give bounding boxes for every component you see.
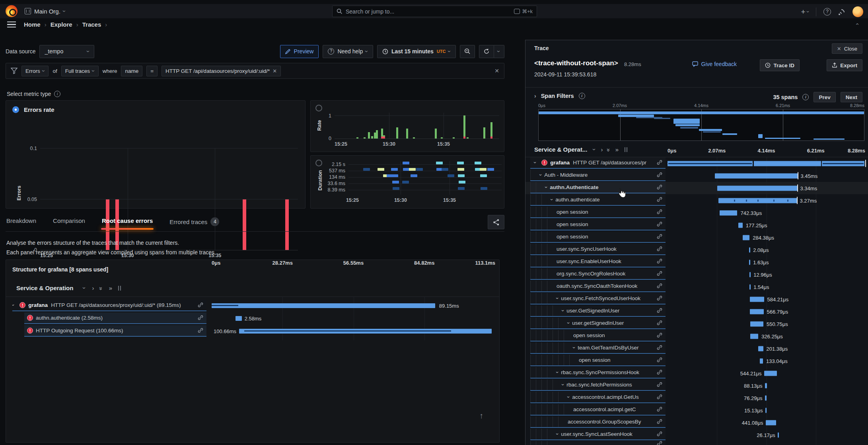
- need-help-button[interactable]: ? Need help›: [323, 45, 373, 58]
- chevron-down-icon[interactable]: ›: [549, 199, 555, 200]
- link-icon[interactable]: [653, 320, 666, 327]
- filter-metric-select[interactable]: Errors›: [21, 66, 49, 76]
- help-icon[interactable]: ?: [823, 8, 831, 16]
- chevron-down-icon[interactable]: ›: [81, 287, 88, 289]
- span-bar[interactable]: [212, 303, 435, 308]
- prev-button[interactable]: Prev: [814, 92, 835, 102]
- span-bar[interactable]: [765, 383, 767, 388]
- chevron-down-icon[interactable]: ›: [532, 162, 538, 163]
- link-icon[interactable]: [653, 258, 666, 265]
- zoom-out-button[interactable]: [460, 45, 475, 58]
- span-row[interactable]: open session 742.33μs: [525, 207, 868, 219]
- chevron-down-icon[interactable]: ›: [591, 148, 598, 150]
- remove-filter-icon[interactable]: ✕: [272, 68, 277, 74]
- close-button[interactable]: ✕Close: [832, 43, 862, 54]
- chevron-right-icon[interactable]: ›: [601, 146, 603, 153]
- link-icon[interactable]: [653, 159, 666, 166]
- double-chevron-down-icon[interactable]: »: [606, 148, 613, 150]
- chevron-down-icon[interactable]: ›: [560, 310, 566, 311]
- tab-root-cause-errors[interactable]: Root cause errors: [101, 215, 154, 229]
- filter-value[interactable]: HTTP GET /api/datasources/proxy/uid/:uid…: [162, 66, 281, 76]
- span-name-cell[interactable]: › user.sync.FetchSyncedUserHook: [530, 293, 666, 304]
- link-icon[interactable]: [194, 302, 206, 309]
- link-icon[interactable]: [653, 357, 666, 364]
- column-resize-handle[interactable]: [118, 286, 121, 291]
- chevron-down-icon[interactable]: ›: [538, 174, 544, 176]
- span-name-cell[interactable]: › user.sync.SyncLastSeenHook: [530, 429, 666, 440]
- clear-filters-icon[interactable]: ✕: [494, 68, 499, 74]
- span-bar[interactable]: [738, 222, 743, 228]
- span-name-cell[interactable]: user.sync.EnableUserHook: [530, 256, 666, 267]
- span-row[interactable]: › Auth - Middleware 3.45ms: [525, 170, 868, 182]
- span-row[interactable]: open session 326.25μs: [525, 330, 868, 342]
- span-row[interactable]: user.sync.SyncUserHook 2.08μs: [525, 244, 868, 256]
- structure-row[interactable]: › ! grafana HTTP GET /api/datasources/pr…: [12, 300, 495, 312]
- breadcrumb-traces[interactable]: Traces: [82, 21, 101, 28]
- avatar[interactable]: [852, 6, 863, 17]
- span-name-cell[interactable]: › Auth - Middleware: [530, 170, 666, 181]
- refresh-interval-button[interactable]: ›: [494, 45, 504, 58]
- errors-rate-radio[interactable]: [12, 106, 19, 113]
- span-name-cell[interactable]: › rbac.sync.fetchPermissions: [530, 379, 666, 391]
- link-icon[interactable]: [653, 369, 666, 376]
- span-bar[interactable]: [765, 395, 767, 400]
- span-name-cell[interactable]: › authn.Authenticate: [530, 182, 666, 193]
- span-bar[interactable]: [750, 297, 764, 302]
- link-icon[interactable]: [653, 332, 666, 339]
- chevron-down-icon[interactable]: ›: [555, 297, 561, 299]
- org-switcher[interactable]: Main Org. ›: [25, 8, 66, 15]
- span-row[interactable]: › user.sync.FetchSyncedUserHook 584.21μs: [525, 293, 868, 305]
- tab-errored-traces[interactable]: Errored traces4: [169, 215, 220, 231]
- span-name-cell[interactable]: › user.GetSignedInUser: [530, 305, 666, 317]
- structure-row[interactable]: ! HTTP Outgoing Request (100.66ms) 100.6…: [12, 325, 495, 338]
- filter-scope-select[interactable]: Full traces›: [61, 66, 99, 76]
- span-row[interactable]: › accesscontrol.acimpl.GetUs 76.29μs: [525, 392, 868, 404]
- link-icon[interactable]: [653, 344, 666, 351]
- span-row[interactable]: › ! grafana HTTP GET /api/datasources/pr: [525, 157, 868, 170]
- span-name-cell[interactable]: [530, 441, 666, 445]
- span-row[interactable]: › rbac.sync.SyncPermissionsHook 544.21μs: [525, 367, 868, 379]
- span-row[interactable]: › user.sync.SyncLastSeenHook 26.17μs: [525, 429, 868, 441]
- span-row[interactable]: open session 177.25μs: [525, 219, 868, 231]
- collapse-icon[interactable]: ›: [853, 23, 860, 25]
- span-bar[interactable]: [778, 432, 779, 437]
- link-icon[interactable]: [653, 270, 666, 277]
- span-bar[interactable]: [239, 329, 492, 334]
- span-row[interactable]: open session 284.38μs: [525, 231, 868, 244]
- link-icon[interactable]: [653, 441, 666, 445]
- trace-minimap[interactable]: [538, 109, 864, 141]
- duration-panel[interactable]: Duration 2.15 s 537 ms 134 ms 33.6 ms 8.…: [310, 155, 504, 209]
- link-icon[interactable]: [653, 209, 666, 216]
- link-icon[interactable]: [653, 406, 666, 413]
- trace-id-button[interactable]: Trace ID: [760, 59, 800, 71]
- span-name-cell[interactable]: accesscontrol.GroupScopesBy: [530, 416, 666, 428]
- span-bar[interactable]: [766, 420, 776, 425]
- double-chevron-right-icon[interactable]: »: [109, 285, 111, 291]
- menu-icon[interactable]: [7, 21, 16, 27]
- column-resize-handle[interactable]: [625, 147, 627, 152]
- span-name-cell[interactable]: accesscontrol.acimpl.getC: [530, 404, 666, 416]
- new-menu-button[interactable]: +›: [801, 8, 809, 16]
- export-button[interactable]: Export: [827, 59, 862, 71]
- chevron-down-icon[interactable]: ›: [555, 433, 561, 435]
- chevron-down-icon[interactable]: ›: [571, 347, 577, 348]
- span-name-cell[interactable]: › accesscontrol.acimpl.GetUs: [530, 392, 666, 403]
- span-bar[interactable]: [749, 272, 751, 277]
- span-bar[interactable]: [717, 185, 797, 191]
- span-row[interactable]: oauth.sync.SyncOauthTokenHook 1.54μs: [525, 281, 868, 293]
- link-icon[interactable]: [653, 307, 666, 314]
- span-name-cell[interactable]: open session: [530, 207, 666, 218]
- link-icon[interactable]: [653, 418, 666, 425]
- link-icon[interactable]: [194, 327, 206, 334]
- chevron-down-icon[interactable]: ›: [566, 322, 572, 324]
- span-row[interactable]: › rbac.sync.fetchPermissions 88.13μs: [525, 379, 868, 392]
- span-name-cell[interactable]: open session: [530, 330, 666, 342]
- span-name-cell[interactable]: › authn.authenticate: [530, 194, 666, 206]
- double-chevron-right-icon[interactable]: »: [615, 146, 617, 153]
- span-row[interactable]: org.sync.SyncOrgRolesHook 12.96μs: [525, 268, 868, 281]
- link-icon[interactable]: [653, 196, 666, 203]
- tab-comparison[interactable]: Comparison: [52, 215, 86, 229]
- link-icon[interactable]: [653, 184, 666, 191]
- span-bar[interactable]: [760, 358, 763, 363]
- chevron-down-icon[interactable]: ›: [543, 186, 549, 188]
